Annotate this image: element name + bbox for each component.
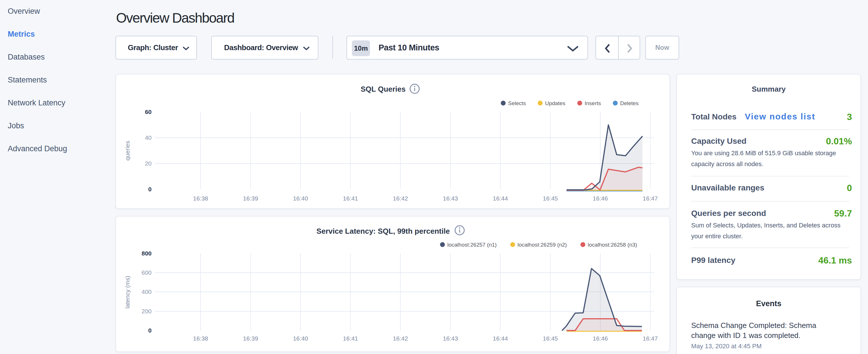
svg-text:200: 200 (142, 308, 152, 315)
svg-text:16:45: 16:45 (543, 195, 558, 202)
svg-text:800: 800 (142, 250, 152, 257)
svg-text:20: 20 (145, 160, 152, 167)
svg-text:16:46: 16:46 (593, 195, 608, 202)
svg-text:16:39: 16:39 (243, 335, 258, 342)
svg-text:Inserts: Inserts (585, 100, 601, 106)
svg-text:Service Latency: SQL, 99th per: Service Latency: SQL, 99th percentile (316, 227, 450, 235)
svg-text:SQL Queries: SQL Queries (361, 85, 405, 93)
svg-text:60: 60 (145, 108, 152, 115)
svg-text:0: 0 (148, 327, 152, 334)
svg-text:40: 40 (145, 134, 152, 141)
svg-text:localhost:26259 (n2): localhost:26259 (n2) (518, 242, 567, 248)
svg-text:400: 400 (142, 288, 152, 295)
svg-text:queries: queries (124, 141, 131, 161)
svg-text:localhost:26257 (n1): localhost:26257 (n1) (447, 242, 497, 248)
svg-text:16:43: 16:43 (443, 335, 458, 342)
svg-text:16:38: 16:38 (193, 335, 208, 342)
svg-text:600: 600 (142, 269, 152, 276)
svg-text:Selects: Selects (508, 100, 526, 106)
svg-text:0: 0 (148, 186, 152, 192)
svg-text:16:44: 16:44 (493, 335, 508, 342)
svg-text:16:40: 16:40 (293, 335, 308, 342)
svg-text:16:41: 16:41 (343, 195, 358, 202)
svg-text:16:47: 16:47 (643, 335, 658, 342)
svg-text:localhost:26258 (n3): localhost:26258 (n3) (588, 242, 637, 248)
svg-text:16:43: 16:43 (443, 195, 458, 202)
svg-text:16:41: 16:41 (343, 335, 358, 342)
svg-text:16:45: 16:45 (543, 335, 558, 342)
svg-text:latency (ms): latency (ms) (124, 276, 131, 309)
svg-text:Updates: Updates (545, 100, 565, 106)
svg-text:16:40: 16:40 (293, 195, 308, 202)
svg-text:16:44: 16:44 (493, 195, 508, 202)
svg-text:16:39: 16:39 (243, 195, 258, 202)
svg-text:16:42: 16:42 (393, 335, 408, 342)
svg-text:Deletes: Deletes (620, 100, 639, 106)
svg-text:16:47: 16:47 (643, 195, 658, 202)
svg-text:16:42: 16:42 (393, 195, 408, 202)
svg-text:16:46: 16:46 (593, 335, 608, 342)
svg-text:16:38: 16:38 (193, 195, 208, 202)
